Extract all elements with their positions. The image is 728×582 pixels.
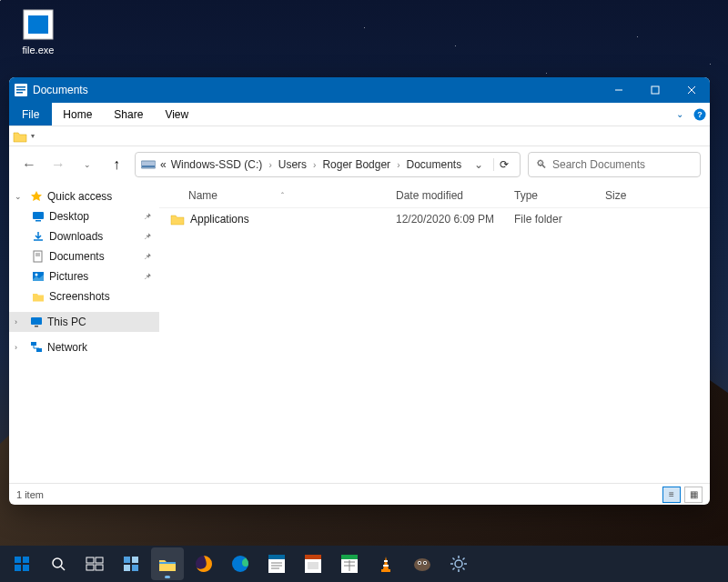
svg-point-62 — [419, 562, 420, 564]
start-button[interactable] — [5, 547, 38, 580]
svg-rect-56 — [381, 569, 390, 572]
chevron-right-icon: › — [313, 160, 316, 170]
sidebar-item-screenshots[interactable]: Screenshots — [9, 286, 159, 306]
svg-rect-38 — [124, 565, 130, 571]
taskbar-firefox[interactable] — [187, 547, 220, 580]
taskbar-edge[interactable] — [224, 547, 257, 580]
window-title: Documents — [33, 84, 601, 96]
refresh-button[interactable]: ⟳ — [493, 158, 514, 171]
explorer-window: Documents File Home Share View ⌄ ? ▾ ← →… — [9, 77, 710, 505]
svg-marker-14 — [31, 191, 42, 201]
column-headers: Nameˆ Date modified Type Size — [159, 183, 710, 208]
pin-icon: 📌︎ — [144, 252, 152, 261]
sidebar-item-desktop[interactable]: Desktop📌︎ — [9, 206, 159, 226]
taskbar — [0, 546, 728, 582]
svg-rect-58 — [383, 565, 389, 567]
documents-icon — [15, 84, 27, 96]
taskbar-gimp[interactable] — [406, 547, 439, 580]
svg-rect-29 — [23, 565, 29, 571]
quick-access-toolbar: ▾ — [9, 126, 710, 146]
ribbon-collapse-icon[interactable]: ⌄ — [670, 103, 690, 125]
folder-icon[interactable] — [13, 129, 27, 144]
close-button[interactable] — [673, 77, 710, 103]
svg-rect-5 — [16, 92, 23, 94]
documents-icon — [31, 249, 46, 264]
details-view-button[interactable]: ≡ — [662, 487, 681, 503]
taskbar-libreoffice-calc[interactable] — [333, 547, 366, 580]
svg-rect-16 — [35, 220, 41, 222]
menu-view[interactable]: View — [154, 103, 199, 125]
svg-rect-26 — [15, 557, 21, 563]
desktop-icon-label: file.exe — [11, 45, 66, 55]
chevron-right-icon: › — [397, 160, 399, 170]
help-button[interactable]: ? — [690, 103, 710, 125]
search-icon: 🔍︎ — [536, 158, 547, 171]
pin-icon: 📌︎ — [144, 232, 152, 241]
svg-rect-39 — [132, 565, 138, 571]
pc-icon — [29, 315, 44, 329]
chevron-down-icon: ⌄ — [15, 192, 25, 201]
taskbar-explorer[interactable] — [151, 547, 184, 580]
task-view-button[interactable] — [78, 547, 111, 580]
column-name[interactable]: Nameˆ — [159, 189, 396, 202]
folder-icon — [31, 289, 46, 304]
svg-point-30 — [53, 558, 62, 567]
column-size[interactable]: Size — [605, 189, 710, 202]
desktop-icon-file-exe[interactable]: file.exe — [11, 7, 66, 55]
svg-line-70 — [463, 568, 465, 570]
recent-dropdown-icon[interactable]: ⌄ — [76, 154, 98, 176]
file-row[interactable]: Applications 12/20/2020 6:09 PM File fol… — [159, 208, 710, 230]
minimize-button[interactable] — [601, 77, 637, 103]
svg-rect-17 — [34, 251, 42, 262]
forward-button[interactable]: → — [47, 154, 69, 176]
breadcrumb[interactable]: Windows-SSD (C:) — [171, 158, 263, 171]
qat-chevron-icon[interactable]: ▾ — [31, 132, 35, 140]
sidebar-item-documents[interactable]: Documents📌︎ — [9, 246, 159, 266]
menu-share[interactable]: Share — [103, 103, 154, 125]
taskbar-vlc[interactable] — [369, 547, 402, 580]
address-bar[interactable]: « Windows-SSD (C:)› Users› Roger Bodger›… — [135, 152, 521, 177]
svg-point-21 — [35, 274, 38, 276]
back-button[interactable]: ← — [18, 154, 40, 176]
breadcrumb[interactable]: Users — [278, 158, 307, 171]
taskbar-settings[interactable] — [442, 547, 475, 580]
maximize-button[interactable] — [637, 77, 673, 103]
network-icon — [29, 340, 44, 355]
svg-rect-7 — [652, 86, 659, 94]
taskbar-libreoffice-writer[interactable] — [260, 547, 293, 580]
widgets-button[interactable] — [115, 547, 147, 580]
svg-rect-23 — [35, 326, 38, 327]
path-prefix: « — [160, 158, 167, 171]
svg-rect-13 — [142, 166, 155, 167]
svg-rect-52 — [341, 555, 358, 559]
column-date[interactable]: Date modified — [396, 189, 514, 202]
thumbnails-view-button[interactable]: ▦ — [684, 487, 703, 503]
menu-file[interactable]: File — [9, 103, 52, 125]
breadcrumb[interactable]: Documents — [406, 158, 461, 171]
taskbar-libreoffice-impress[interactable] — [297, 547, 329, 580]
svg-rect-15 — [33, 212, 44, 219]
up-button[interactable]: ↑ — [106, 154, 127, 176]
search-input[interactable]: 🔍︎ Search Documents — [528, 152, 701, 177]
column-type[interactable]: Type — [514, 189, 605, 202]
search-button[interactable] — [42, 547, 75, 580]
svg-rect-4 — [16, 89, 25, 91]
svg-point-63 — [424, 562, 426, 564]
svg-line-31 — [61, 567, 65, 570]
path-dropdown-icon[interactable]: ⌄ — [469, 158, 489, 171]
titlebar[interactable]: Documents — [9, 77, 710, 103]
menu-home[interactable]: Home — [52, 103, 103, 125]
downloads-icon — [31, 229, 46, 244]
pin-icon: 📌︎ — [144, 212, 152, 221]
sidebar-quick-access[interactable]: ⌄ Quick access — [9, 186, 159, 206]
sidebar-network[interactable]: › Network — [9, 337, 159, 357]
file-type: File folder — [514, 213, 605, 226]
svg-line-69 — [453, 558, 455, 560]
svg-rect-36 — [124, 557, 130, 563]
svg-rect-34 — [86, 565, 94, 570]
sidebar-item-downloads[interactable]: Downloads📌︎ — [9, 226, 159, 246]
sidebar-this-pc[interactable]: › This PC — [9, 312, 159, 332]
breadcrumb[interactable]: Roger Bodger — [322, 158, 390, 171]
drive-icon — [141, 159, 156, 170]
sidebar-item-pictures[interactable]: Pictures📌︎ — [9, 266, 159, 286]
